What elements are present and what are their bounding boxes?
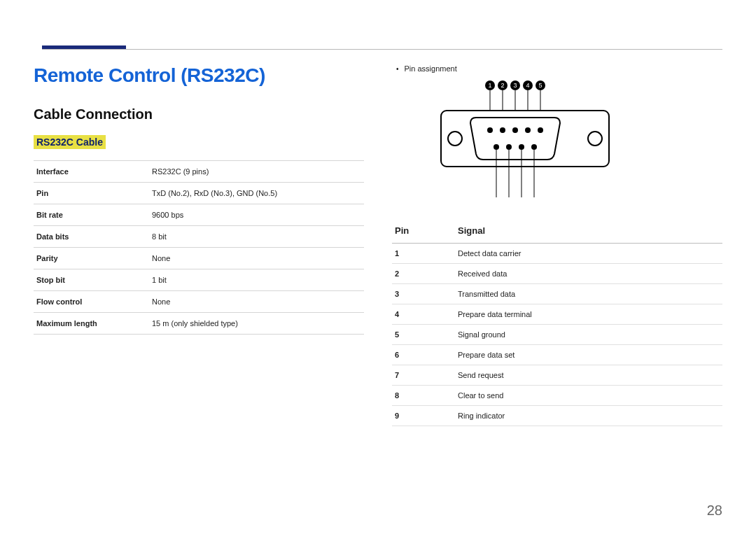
svg-text:2: 2 [500, 82, 504, 89]
signal-pin: 7 [392, 365, 455, 386]
svg-point-23 [493, 144, 499, 150]
svg-point-18 [487, 127, 493, 133]
spec-value: 1 bit [149, 269, 364, 291]
table-row: 6Prepare data set [392, 345, 722, 365]
pin-assignment-label: Pin assignment [392, 64, 722, 73]
table-row: 9Ring indicator [392, 406, 722, 426]
spec-key: Bit rate [34, 204, 149, 226]
svg-point-16 [448, 132, 462, 146]
signal-name: Received data [455, 264, 722, 284]
header-accent [42, 45, 126, 49]
spec-value: RS232C (9 pins) [149, 161, 364, 183]
signal-name: Ring indicator [455, 406, 722, 426]
header-signal: Signal [455, 218, 722, 244]
signal-pin: 9 [392, 406, 455, 426]
connector-diagram: 1 2 3 4 5 [434, 80, 616, 202]
signal-pin: 6 [392, 345, 455, 365]
spec-key: Data bits [34, 226, 149, 248]
table-row: 8Clear to send [392, 386, 722, 406]
right-column: Pin assignment 1 2 3 4 5 [392, 64, 722, 426]
svg-point-24 [506, 144, 512, 150]
table-row: Bit rate9600 bps [34, 204, 364, 226]
page-title: Remote Control (RS232C) [34, 64, 364, 87]
signal-pin: 5 [392, 325, 455, 345]
table-row: 4Prepare data terminal [392, 304, 722, 325]
signal-name: Clear to send [455, 386, 722, 406]
table-row: ParityNone [34, 248, 364, 269]
header-rule [42, 49, 722, 50]
signal-name: Transmitted data [455, 284, 722, 304]
table-row: 3Transmitted data [392, 284, 722, 304]
page-number: 28 [707, 503, 722, 519]
spec-table: InterfaceRS232C (9 pins) PinTxD (No.2), … [34, 160, 364, 335]
spec-value: None [149, 291, 364, 313]
page: Remote Control (RS232C) Cable Connection… [0, 0, 756, 534]
svg-point-19 [500, 127, 505, 133]
table-row: 5Signal ground [392, 325, 722, 345]
signal-name: Signal ground [455, 325, 722, 345]
svg-point-17 [588, 132, 602, 146]
signal-table: Pin Signal 1Detect data carrier 2Receive… [392, 218, 722, 426]
spec-key: Maximum length [34, 313, 149, 335]
section-heading: Cable Connection [34, 106, 364, 122]
svg-text:3: 3 [513, 82, 517, 89]
table-header: Pin Signal [392, 218, 722, 244]
spec-value: None [149, 248, 364, 269]
signal-name: Prepare data set [455, 345, 722, 365]
header-pin: Pin [392, 218, 455, 244]
table-row: Flow controlNone [34, 291, 364, 313]
table-row: 1Detect data carrier [392, 244, 722, 264]
svg-point-21 [525, 127, 531, 133]
svg-text:1: 1 [488, 82, 491, 89]
svg-text:5: 5 [538, 82, 542, 89]
spec-value: 9600 bps [149, 204, 364, 226]
svg-point-22 [538, 127, 543, 133]
signal-pin: 4 [392, 304, 455, 325]
signal-pin: 2 [392, 264, 455, 284]
table-row: PinTxD (No.2), RxD (No.3), GND (No.5) [34, 183, 364, 204]
spec-key: Flow control [34, 291, 149, 313]
spec-value: 15 m (only shielded type) [149, 313, 364, 335]
table-row: 2Received data [392, 264, 722, 284]
subsection-heading: RS232C Cable [34, 135, 106, 149]
table-row: InterfaceRS232C (9 pins) [34, 161, 364, 183]
signal-pin: 3 [392, 284, 455, 304]
spec-key: Pin [34, 183, 149, 204]
spec-key: Interface [34, 161, 149, 183]
left-column: Remote Control (RS232C) Cable Connection… [34, 64, 364, 426]
spec-key: Parity [34, 248, 149, 269]
table-row: Maximum length15 m (only shielded type) [34, 313, 364, 335]
svg-point-26 [531, 144, 537, 150]
table-row: Stop bit1 bit [34, 269, 364, 291]
spec-value: 8 bit [149, 226, 364, 248]
svg-point-20 [512, 127, 518, 133]
spec-value: TxD (No.2), RxD (No.3), GND (No.5) [149, 183, 364, 204]
signal-name: Send request [455, 365, 722, 386]
signal-pin: 1 [392, 244, 455, 264]
signal-name: Detect data carrier [455, 244, 722, 264]
svg-text:4: 4 [526, 82, 529, 89]
svg-point-25 [519, 144, 524, 150]
signal-pin: 8 [392, 386, 455, 406]
signal-name: Prepare data terminal [455, 304, 722, 325]
table-row: 7Send request [392, 365, 722, 386]
db9-connector-icon: 1 2 3 4 5 [434, 80, 616, 199]
table-row: Data bits8 bit [34, 226, 364, 248]
spec-key: Stop bit [34, 269, 149, 291]
content-columns: Remote Control (RS232C) Cable Connection… [34, 64, 722, 426]
